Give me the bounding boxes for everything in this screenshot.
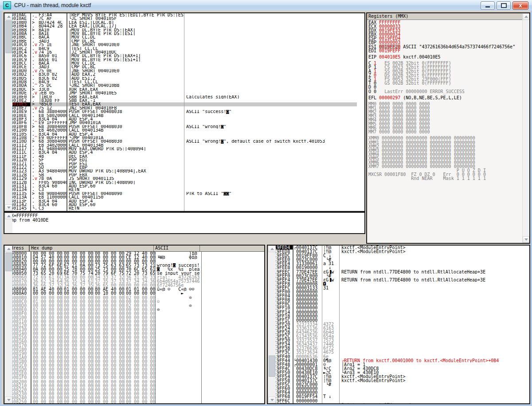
stack-row[interactable]: 0019FF60 00000000 bbox=[268, 386, 522, 390]
hex-dump-row[interactable]: 0040813000 00 00 0000 00 00 0000 00 00 0… bbox=[4, 328, 257, 332]
stack-row[interactable]: 0019FEE8 00190000 ↓ bbox=[268, 265, 522, 269]
disasm-row[interactable]: 004010D0.v75 0E│JNE SHORT 004010E0 bbox=[4, 69, 357, 73]
disasm-row[interactable]: 00401129.v78 0AJS SHORT 00401135 bbox=[4, 177, 357, 180]
register-line[interactable]: T 0 GS 002B 32bit 0(FFFFFFFF) bbox=[368, 81, 522, 85]
scroll-down-icon[interactable] bbox=[5, 204, 12, 211]
minimize-button[interactable] bbox=[481, 1, 495, 10]
hex-dump-row[interactable]: 004081C000 00 00 0000 00 00 0000 00 00 0… bbox=[4, 363, 257, 367]
hex-dump-row[interactable]: 0040817000 00 00 0000 00 00 0000 00 00 0… bbox=[4, 344, 257, 347]
restore-button[interactable] bbox=[497, 1, 511, 10]
hex-dump-row[interactable]: 004081D000 00 00 0000 00 00 0000 00 00 0… bbox=[4, 367, 257, 371]
disasm-row[interactable]: 004010B4.8D4424 28LEA EAX,[LOCAL.17] bbox=[4, 24, 357, 28]
hex-dump-row[interactable]: 0040805073 65 20 696E 70 75 7420 79 6F 7… bbox=[4, 271, 257, 275]
stack-row[interactable]: 0019FEF0 0023C000 └# bbox=[268, 274, 522, 278]
stack-row[interactable]: 0019FF70 Pointer to next SEH record bbox=[268, 403, 522, 403]
scroll-up-icon[interactable] bbox=[523, 13, 529, 20]
disasm-row[interactable]: 004010D2.83C0 02│ADD EAX,2 bbox=[4, 73, 357, 76]
register-line[interactable]: Rnd NEAR Mask 1 1 1 1 1 1 bbox=[368, 176, 522, 180]
register-line[interactable]: EIP 004010E5 kxctf.004010E5 bbox=[368, 55, 522, 59]
disasm-row[interactable]: 004010E5>└85C0TEST EAX,EAX bbox=[4, 102, 357, 106]
hex-dump-row[interactable]: 0040818000 00 00 0000 00 00 0000 00 00 0… bbox=[4, 347, 257, 351]
scrollbar-thumb[interactable] bbox=[269, 355, 275, 377]
disasm-row[interactable]: 004010B8>8A10┌MOV DL,BYTE PTR DS:[EAX] bbox=[4, 28, 357, 32]
disasm-row[interactable]: 00401112.E8 34020000CALL 0040134B bbox=[4, 144, 357, 147]
scroll-down-icon[interactable] bbox=[268, 397, 276, 403]
disasm-row[interactable]: 00401123.A3 94804000MOV DWORD PTR DS:[40… bbox=[4, 169, 357, 173]
hex-dump-row[interactable]: 004081A000 00 00 0000 00 00 0000 00 00 0… bbox=[4, 355, 257, 359]
disasm-row[interactable]: 004010C9.8A5E 01│MOV BL,BYTE PTR DS:[ESI… bbox=[4, 58, 357, 62]
stack-row[interactable]: 0019FED4┌0040137C¦‼@kxctf.<ModuleEntryPo… bbox=[268, 246, 522, 250]
hex-dump-row[interactable]: 0040825000 00 00 0000 00 00 0000 00 00 0… bbox=[4, 400, 257, 403]
stack-row[interactable]: 0019FF64 00000000 bbox=[268, 390, 522, 394]
disasm-row[interactable]: 0040113A.E8 11000000CALL 00401150 bbox=[4, 195, 357, 199]
hex-dump-row[interactable]: 0040819000 00 00 0000 00 00 0000 00 00 0… bbox=[4, 351, 257, 355]
hex-dump-row[interactable]: 0040800000 00 00 0000 00 00 0000 00 00 0… bbox=[4, 251, 257, 255]
disasm-row[interactable]: 00401128.5BPOP EBX bbox=[4, 173, 357, 177]
disasm-row[interactable]: 0040111C.83C4 04ADD ESP,4 bbox=[4, 151, 357, 154]
scrollbar-thumb[interactable] bbox=[5, 20, 12, 53]
hex-dump-row[interactable]: 0040815000 00 00 0000 00 00 0000 00 00 0… bbox=[4, 336, 257, 340]
disasm-row[interactable]: 004010FB>68 30804000PUSH OFFSET 00408030… bbox=[4, 125, 357, 129]
stack-row[interactable]: 0019FEF8 00000008◘ bbox=[268, 282, 522, 286]
info-scrollbar[interactable] bbox=[4, 213, 12, 233]
disasm-row[interactable]: 004010D8.84C9│TEST CL,CL bbox=[4, 80, 357, 84]
hex-dump-row[interactable]: 004080B000 00 00 0000 00 00 0000 00 00 0… bbox=[4, 296, 257, 300]
stack-row[interactable]: 0019FF28 643462366b4d bbox=[268, 330, 522, 334]
stack-row[interactable]: 0019FF00 00000000 bbox=[268, 290, 522, 294]
stack-row[interactable]: 0019FF04 00000000 bbox=[268, 294, 522, 298]
disasm-row[interactable]: 00401120.5FPOP EDI bbox=[4, 158, 357, 162]
stack-row[interactable]: 0019FF0C 00000000 bbox=[268, 302, 522, 306]
hex-dump-row[interactable]: 0040820000 00 00 0000 00 00 0000 00 00 0… bbox=[4, 380, 257, 384]
disasm-row[interactable]: 00401134.C3RETN bbox=[4, 188, 357, 191]
stack-row[interactable]: 0019FF34 363434377446 bbox=[268, 342, 522, 346]
disasm-row[interactable]: 004010BA.8A1E│MOV BL,BYTE PTR DS:[ESI] bbox=[4, 32, 357, 35]
scroll-up-icon[interactable] bbox=[5, 246, 12, 252]
disasm-row[interactable]: 004010F3.83C4 04ADD ESP,4 bbox=[4, 117, 357, 121]
hex-dump-row[interactable]: 0040808036 66 37 3234 36 37 3536 65 00 0… bbox=[4, 283, 257, 287]
hex-dump-row[interactable]: 0040816000 00 00 0000 00 00 0000 00 00 0… bbox=[4, 340, 257, 344]
scrollbar-thumb[interactable] bbox=[5, 253, 12, 271]
disasm-row[interactable]: 00401145└.C3RETN bbox=[4, 207, 357, 210]
stack-row[interactable]: 0019FF18 00000000 bbox=[268, 314, 522, 318]
disasm-row[interactable]: 00401135>68 90804000PUSH OFFSET 00408090… bbox=[4, 192, 357, 195]
hex-dump-row[interactable]: 0040803077 72 6F 6E67 21 0A 0073 75 63 6… bbox=[4, 263, 257, 267]
disasm-row[interactable]: 004010AE.^7C AF└JL SHORT 0040105F bbox=[4, 17, 357, 20]
close-button[interactable]: X bbox=[512, 1, 528, 10]
stack-row[interactable]: 0019FF44└004014300¶@┌RETURN from kxctf.0… bbox=[268, 359, 522, 363]
hex-dump-row[interactable]: 0040802000 00 00 0000 00 00 0000 00 00 0… bbox=[4, 259, 257, 263]
disasm-row[interactable]: 00401117.A1 94804000MOV EAX,DWORD PTR DS… bbox=[4, 147, 357, 151]
stack-row[interactable]: 0019FF40 000065366e bbox=[268, 355, 522, 359]
scroll-down-icon[interactable] bbox=[5, 397, 12, 403]
hex-dump-row[interactable]: 0040814000 00 00 0000 00 00 0000 00 00 0… bbox=[4, 332, 257, 336]
scroll-up-icon[interactable] bbox=[268, 246, 276, 252]
stack-row[interactable]: 0019FF2C 61343536654a bbox=[268, 334, 522, 338]
disasm-row[interactable]: 004010BC.8ACA│MOV CL,DL bbox=[4, 35, 357, 39]
hex-dump-row[interactable]: 0040822000 00 00 0000 00 00 0000 00 00 0… bbox=[4, 388, 257, 392]
scroll-up-icon[interactable] bbox=[5, 213, 12, 219]
disasm-row[interactable]: 004010C6.8A50 01│MOV DL,BYTE PTR DS:[EAX… bbox=[4, 54, 357, 58]
disasm-row[interactable]: 00401142.83C4 60ADD ESP,60 bbox=[4, 203, 357, 207]
hex-dump-row[interactable]: 004080D000 00 00 0000 00 00 0000 00 00 0… bbox=[4, 304, 257, 308]
disasm-row[interactable]: 004010AC.F3:A4│REP MOVS BYTE PTR ES:[EDI… bbox=[4, 13, 357, 17]
disasm-row[interactable]: 004010CE.3AD3│CMP DL,BL bbox=[4, 65, 357, 69]
stack-row[interactable]: 0019FF68 0019FF54T ↓ bbox=[268, 394, 522, 398]
stack-row[interactable]: 0019FF14 00000000 bbox=[268, 310, 522, 314]
stack-row[interactable]: 0019FF24 333631366163 bbox=[268, 326, 522, 330]
stack-row[interactable]: 0019FF1C 00000000 bbox=[268, 318, 522, 322]
register-line[interactable]: MM7 0000 0000 0000 0000 bbox=[368, 130, 522, 134]
disasm-row[interactable]: 00401122.5DPOP EBP bbox=[4, 166, 357, 169]
disasm-row[interactable]: 004010B0>8D7424 4CLEA ESI,[LOCAL.8] bbox=[4, 21, 357, 24]
disasm-row[interactable]: 00401131.83C4 60ADD ESP,60 bbox=[4, 184, 357, 188]
hex-dump-row[interactable]: 004081B000 00 00 0000 00 00 0000 00 00 0… bbox=[4, 359, 257, 363]
hex-dump-row[interactable]: 004080C001 00 00 0000 00 00 0000 00 00 0… bbox=[4, 300, 257, 304]
disasm-row[interactable]: 004010C4.v74 16│JZ SHORT 004010DC bbox=[4, 51, 357, 54]
hex-dump-row[interactable]: 004080F000 00 00 0000 00 00 0000 00 00 0… bbox=[4, 312, 257, 316]
disasm-row[interactable]: 0040112B.FF05 90804000INC DWORD PTR DS:[… bbox=[4, 181, 357, 184]
stack-row[interactable]: 0019FF5C 0023C000 └# bbox=[268, 383, 522, 386]
disasm-row[interactable]: 00401108.^E9 0DFFFFFF└JMP 0040101A bbox=[4, 136, 357, 140]
stack-row[interactable]: 0019FF3C 353736344675 bbox=[268, 350, 522, 354]
stack-row[interactable]: 0019FF4C 00430DC8╚♪C│Arg2 = 430DC8 bbox=[268, 367, 522, 371]
stack-row[interactable]: 0019FEE0 0023C000 └# bbox=[268, 258, 522, 262]
register-line[interactable]: EFL 00000297 (NO,B,NE,BE,S,PE,L,LE) bbox=[368, 96, 522, 100]
hex-dump-row[interactable]: 0040821000 00 00 0000 00 00 0000 00 00 0… bbox=[4, 384, 257, 388]
